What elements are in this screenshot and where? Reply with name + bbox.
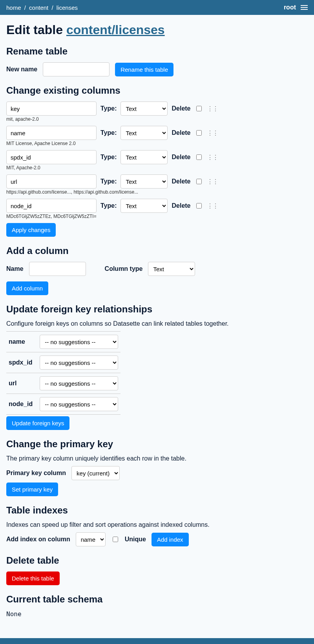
fk-col-name: name [6,332,37,352]
breadcrumb-content[interactable]: content [29,4,48,11]
current-user: root [284,4,296,11]
index-label: Add index on column [6,536,70,543]
rename-heading: Rename table [6,46,308,57]
footer: Powered by Datasette [0,638,314,644]
pk-select[interactable]: key (current) [71,466,120,480]
fk-col-name: node_id [6,394,37,415]
column-sample: MIT License, Apache License 2.0 [6,141,308,146]
add-index-button[interactable]: Add index [152,533,189,546]
header-right: root [284,4,308,11]
apply-changes-button[interactable]: Apply changes [6,223,56,237]
delete-checkbox[interactable] [196,106,202,111]
page-title-prefix: Edit table [6,23,66,37]
fk-description: Configure foreign keys on columns so Dat… [6,320,308,327]
page-title: Edit table content/licenses [6,23,308,37]
breadcrumb-sep: / [51,4,53,11]
column-type-select[interactable]: Text [120,199,168,213]
type-label: Type: [100,178,117,185]
fk-select[interactable]: -- no suggestions -- [40,356,118,370]
delete-checkbox[interactable] [196,130,202,136]
fk-select[interactable]: -- no suggestions -- [40,335,118,349]
fk-heading: Update foreign key relationships [6,304,308,315]
indexes-description: Indexes can speed up filter and sort ope… [6,521,308,528]
column-sample: mit, apache-2.0 [6,116,308,122]
column-row: Type:TextDelete⋮⋮ [6,174,308,189]
breadcrumb-sep: / [24,4,26,11]
set-pk-button[interactable]: Set primary key [6,483,58,496]
add-column-name-input[interactable] [29,262,86,276]
column-type-select[interactable]: Text [120,150,168,164]
type-label: Type: [100,129,117,136]
column-sample: MIT, Apache-2.0 [6,165,308,171]
new-name-label: New name [6,66,37,73]
column-name-input[interactable] [6,199,97,213]
delete-label: Delete [172,154,190,161]
delete-table-button[interactable]: Delete this table [6,571,60,585]
rename-button[interactable]: Rename this table [115,63,173,76]
menu-icon[interactable] [301,5,308,10]
fk-row: name-- no suggestions -- [6,332,120,352]
drag-handle-icon[interactable]: ⋮⋮ [207,202,218,210]
pk-heading: Change the primary key [6,439,308,450]
breadcrumb-licenses[interactable]: licenses [57,4,78,11]
column-name-input[interactable] [6,174,97,189]
schema-value: None [6,610,308,618]
fk-col-name: url [6,373,37,394]
fk-select[interactable]: -- no suggestions -- [40,376,118,390]
column-name-input[interactable] [6,126,97,140]
delete-label: Delete [172,202,190,209]
delete-label: Delete [172,129,190,136]
column-type-select[interactable]: Text [120,174,168,189]
column-name-input[interactable] [6,150,97,164]
page-header: home / content / licenses root [0,0,314,15]
column-row: Type:TextDelete⋮⋮ [6,102,308,116]
fk-row: spdx_id-- no suggestions -- [6,352,120,373]
delete-checkbox[interactable] [196,154,202,160]
new-name-input[interactable] [43,62,110,76]
index-column-select[interactable]: name [76,532,106,546]
column-row: Type:TextDelete⋮⋮ [6,150,308,164]
type-label: Type: [100,105,117,112]
delete-label: Delete [172,105,190,112]
drag-handle-icon[interactable]: ⋮⋮ [207,178,218,185]
type-label: Type: [100,202,117,209]
drag-handle-icon[interactable]: ⋮⋮ [207,105,218,112]
main-content: Edit table content/licenses Rename table… [0,15,314,630]
breadcrumb: home / content / licenses [6,4,78,11]
unique-checkbox[interactable] [113,537,118,542]
column-type-select[interactable]: Text [120,102,168,116]
add-column-name-label: Name [6,265,24,272]
column-row: Type:TextDelete⋮⋮ [6,199,308,213]
delete-label: Delete [172,178,190,185]
add-column-heading: Add a column [6,245,308,256]
drag-handle-icon[interactable]: ⋮⋮ [207,154,218,161]
add-column-type-select[interactable]: Text [148,262,195,276]
update-fk-button[interactable]: Update foreign keys [6,416,69,430]
fk-col-name: spdx_id [6,352,37,373]
table-link[interactable]: content/licenses [66,23,165,37]
add-column-button[interactable]: Add column [6,281,48,295]
fk-table: name-- no suggestions --spdx_id-- no sug… [6,331,120,415]
columns-heading: Change existing columns [6,85,308,96]
delete-heading: Delete table [6,555,308,566]
pk-label: Primary key column [6,470,66,477]
schema-heading: Current table schema [6,594,308,605]
fk-row: url-- no suggestions -- [6,373,120,394]
fk-select[interactable]: -- no suggestions -- [40,397,118,411]
indexes-heading: Table indexes [6,505,308,516]
type-label: Type: [100,154,117,161]
column-type-select[interactable]: Text [120,126,168,140]
delete-checkbox[interactable] [196,179,202,184]
column-row: Type:TextDelete⋮⋮ [6,126,308,140]
add-column-type-label: Column type [105,265,143,272]
breadcrumb-home[interactable]: home [6,4,21,11]
pk-description: The primary key column uniquely identifi… [6,455,308,462]
column-name-input[interactable] [6,102,97,116]
column-sample: MDc6TGljZW5zZTEz, MDc6TGljZW5zZTI= [6,214,308,219]
drag-handle-icon[interactable]: ⋮⋮ [207,129,218,137]
delete-checkbox[interactable] [196,203,202,209]
unique-label: Unique [125,536,146,543]
column-sample: https://api.github.com/license..., https… [6,189,308,195]
fk-row: node_id-- no suggestions -- [6,394,120,415]
